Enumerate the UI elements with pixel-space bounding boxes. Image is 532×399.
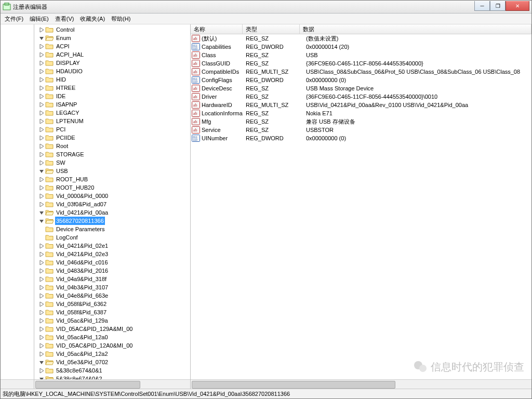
tree-item-label[interactable]: Vid_04b3&Pid_3107 xyxy=(55,283,109,291)
tree-item-label[interactable]: Control xyxy=(55,25,75,34)
tree-item[interactable]: Vid_0483&Pid_2016 xyxy=(38,267,190,275)
tree-item[interactable]: Vid_04e8&Pid_663e xyxy=(38,291,190,300)
tree-item[interactable]: IDE xyxy=(38,92,190,100)
tree-item[interactable]: SW xyxy=(38,158,190,167)
tree-item-label[interactable]: Vid_05ac&Pid_129a xyxy=(55,316,109,325)
tree-item-label[interactable]: ISAPNP xyxy=(55,100,78,109)
expand-toggle-icon[interactable] xyxy=(38,342,45,349)
value-name[interactable]: Service xyxy=(202,126,243,134)
tree-item-label[interactable]: Vid_058f&Pid_6387 xyxy=(55,308,108,316)
tree-item[interactable]: Vid_05ac&Pid_129a xyxy=(38,316,190,325)
expand-toggle-icon[interactable] xyxy=(38,93,45,99)
tree-item-label[interactable]: Vid_0000&Pid_0000 xyxy=(55,192,109,200)
tree-item[interactable]: DISPLAY xyxy=(38,59,190,67)
tree-item-label[interactable]: Vid_03f0&Pid_ad07 xyxy=(55,200,108,208)
tree-item[interactable]: LPTENUM xyxy=(38,117,190,125)
expand-toggle-icon[interactable] xyxy=(38,276,45,282)
tree-item-label[interactable]: Vid_058f&Pid_6362 xyxy=(55,300,108,308)
menu-view[interactable]: 查看(V) xyxy=(52,14,77,24)
value-name[interactable]: HardwareID xyxy=(202,101,243,109)
value-row[interactable]: HardwareIDREG_MULTI_SZUSB\Vid_0421&Pid_0… xyxy=(191,101,531,109)
expand-toggle-icon[interactable] xyxy=(38,301,45,307)
value-name[interactable]: DeviceDesc xyxy=(202,84,243,92)
expand-toggle-icon[interactable] xyxy=(38,243,45,249)
value-name[interactable]: Class xyxy=(202,51,243,59)
value-row[interactable]: ConfigFlagsREG_DWORD0x00000000 (0) xyxy=(191,76,531,84)
tree-item-label[interactable]: ROOT_HUB xyxy=(55,175,89,183)
expand-toggle-icon[interactable] xyxy=(38,259,45,265)
value-row[interactable]: MfgREG_SZ兼容 USB 存储设备 xyxy=(191,117,531,126)
value-name[interactable]: ConfigFlags xyxy=(202,76,243,84)
value-row[interactable]: DeviceDescREG_SZUSB Mass Storage Device xyxy=(191,84,531,92)
tree-item-label[interactable]: ACPI xyxy=(55,42,71,50)
tree-item[interactable]: Vid_03f0&Pid_ad07 xyxy=(38,200,190,208)
expand-toggle-icon[interactable] xyxy=(38,51,45,58)
tree-item[interactable]: ISAPNP xyxy=(38,100,190,109)
tree-h-scrollbar[interactable] xyxy=(34,379,190,389)
tree-item-label[interactable]: USB xyxy=(55,167,69,175)
expand-toggle-icon[interactable] xyxy=(38,218,45,224)
tree-item-label[interactable]: Enum xyxy=(55,34,72,42)
tree-item[interactable]: Vid_04a9&Pid_318f xyxy=(38,275,190,283)
menu-favorites[interactable]: 收藏夹(A) xyxy=(77,14,108,24)
expand-toggle-icon[interactable] xyxy=(38,126,45,132)
expand-toggle-icon[interactable] xyxy=(38,110,45,116)
tree-item-label[interactable]: DISPLAY xyxy=(55,59,81,67)
tree-item[interactable]: Vid_04b3&Pid_3107 xyxy=(38,283,190,291)
tree-item[interactable]: ROOT_HUB xyxy=(38,175,190,183)
expand-toggle-icon[interactable] xyxy=(38,359,45,365)
col-type[interactable]: 类型 xyxy=(243,24,300,34)
value-row[interactable]: ClassGUIDREG_SZ{36FC9E60-C465-11CF-8056-… xyxy=(191,59,531,68)
tree-item[interactable]: HTREE xyxy=(38,84,190,92)
expand-toggle-icon[interactable] xyxy=(38,176,45,182)
tree-item[interactable]: ACPI_HAL xyxy=(38,50,190,59)
tree-item-label[interactable]: Vid_04e8&Pid_663e xyxy=(55,291,109,300)
value-row[interactable]: ServiceREG_SZUSBSTOR xyxy=(191,126,531,134)
expand-toggle-icon[interactable] xyxy=(38,118,45,124)
expand-toggle-icon[interactable] xyxy=(38,151,45,157)
expand-toggle-icon[interactable] xyxy=(38,284,45,290)
tree-item[interactable]: USB xyxy=(38,167,190,175)
tree-item[interactable]: 5&38c8e674&0&1 xyxy=(38,366,190,375)
tree-item[interactable]: HID xyxy=(38,75,190,84)
value-row[interactable]: DriverREG_SZ{36FC9E60-C465-11CF-8056-444… xyxy=(191,92,531,101)
tree-item[interactable]: VID_05AC&PID_12A0&MI_00 xyxy=(38,341,190,350)
tree-item[interactable]: 5&38c8e674&0&2 xyxy=(38,375,190,379)
expand-toggle-icon[interactable] xyxy=(38,351,45,357)
tree-item[interactable]: LEGACY xyxy=(38,109,190,117)
tree-item[interactable]: Vid_0421&Pid_02e1 xyxy=(38,242,190,250)
tree-item[interactable]: ROOT_HUB20 xyxy=(38,183,190,192)
tree-item-label[interactable]: IDE xyxy=(55,92,66,100)
value-name[interactable]: ClassGUID xyxy=(202,59,243,68)
menu-help[interactable]: 帮助(H) xyxy=(108,14,134,24)
values-h-scrollbar[interactable] xyxy=(191,379,531,389)
tree-item[interactable]: Vid_058f&Pid_6387 xyxy=(38,308,190,316)
tree-item[interactable]: Control xyxy=(38,25,190,34)
expand-toggle-icon[interactable] xyxy=(38,60,45,66)
expand-toggle-icon[interactable] xyxy=(38,85,45,91)
tree-item[interactable]: ACPI xyxy=(38,42,190,50)
value-row[interactable]: CapabilitiesREG_DWORD0x00000014 (20) xyxy=(191,43,531,51)
expand-toggle-icon[interactable] xyxy=(38,309,45,315)
expand-toggle-icon[interactable] xyxy=(38,334,45,340)
tree-item-label[interactable]: HDAUDIO xyxy=(55,67,84,75)
expand-toggle-icon[interactable] xyxy=(38,43,45,49)
tree-item-label[interactable]: ROOT_HUB20 xyxy=(55,183,95,192)
values-list[interactable]: (默认)REG_SZ(数值未设置)CapabilitiesREG_DWORD0x… xyxy=(191,34,531,379)
tree-item-label[interactable]: Vid_04a9&Pid_318f xyxy=(55,275,108,283)
tree-item-label[interactable]: Vid_0421&Pid_00aa xyxy=(55,208,109,217)
value-row[interactable]: LocationInformationREG_SZNokia E71 xyxy=(191,109,531,117)
tree-item[interactable]: LogConf xyxy=(38,233,190,242)
expand-toggle-icon[interactable] xyxy=(38,159,45,166)
expand-toggle-icon[interactable] xyxy=(38,201,45,207)
tree-item[interactable]: PCIIDE xyxy=(38,134,190,142)
tree-item-label[interactable]: STORAGE xyxy=(55,150,85,158)
expand-toggle-icon[interactable] xyxy=(38,209,45,216)
minimize-button[interactable]: ─ xyxy=(474,1,490,11)
expand-toggle-icon[interactable] xyxy=(38,326,45,332)
tree-item-label[interactable]: LEGACY xyxy=(55,109,81,117)
value-name[interactable]: LocationInformation xyxy=(202,109,243,117)
tree-item[interactable]: STORAGE xyxy=(38,150,190,158)
maximize-button[interactable]: ❐ xyxy=(490,1,506,11)
tree-item-label[interactable]: SW xyxy=(55,158,66,167)
